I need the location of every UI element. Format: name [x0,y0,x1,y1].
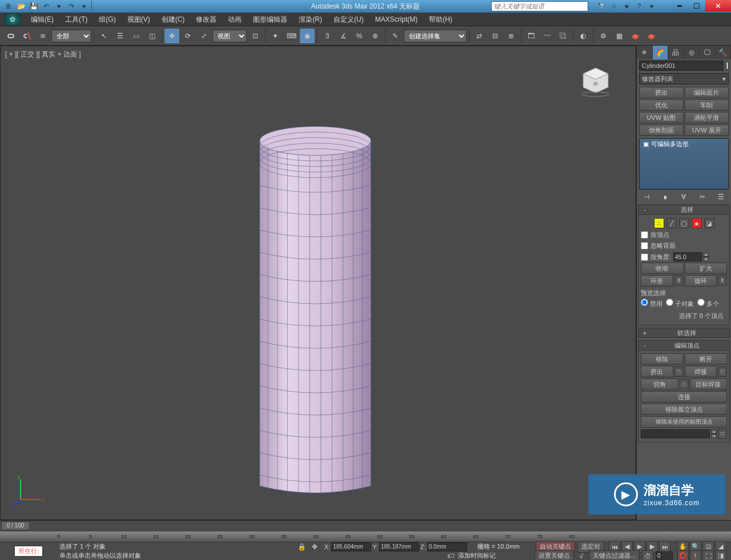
move-icon[interactable]: ✥ [164,29,179,43]
binoculars-icon[interactable]: 🔭 [596,1,607,11]
rollout-soft-selection-header[interactable]: +软选择 [638,328,730,338]
preview-multi-radio[interactable] [697,299,705,306]
mod-btn-editpatch[interactable]: 编辑面片 [685,87,729,98]
extrude-settings[interactable]: □ [674,366,684,377]
percent-snap-icon[interactable]: % [352,29,367,43]
tab-motion[interactable]: ◎ [684,46,700,59]
subobj-edge[interactable]: ╱ [666,218,677,228]
by-angle-checkbox[interactable] [641,253,648,261]
redo-dropdown-icon[interactable]: ▾ [78,1,90,12]
weight-settings[interactable]: □ [718,429,727,439]
subobj-vertex[interactable]: ∴ [654,218,664,228]
min-max-toggle-icon[interactable]: ◨ [715,550,726,561]
goto-end-icon[interactable]: ⏭ [659,541,670,553]
maximize-viewport-icon[interactable]: ⛶ [702,550,714,561]
pin-stack-icon[interactable]: ⊣ [641,192,652,202]
break-button[interactable]: 断开 [685,353,728,365]
time-slider[interactable]: 0 / 100 [1,521,30,530]
cylinder-object[interactable] [1,46,636,519]
redo-icon[interactable]: ↷ [65,1,78,12]
tab-create[interactable]: ✳ [637,46,653,59]
show-end-result-icon[interactable]: ∎ [660,192,670,202]
viewport[interactable]: [ + ][ 正交 ][ 真实 + 边面 ] [0,46,636,520]
rotate-icon[interactable]: ⟳ [180,29,195,43]
walk-icon[interactable]: 🚶 [690,550,701,561]
selection-filter-dropdown[interactable]: 全部 [51,30,91,42]
add-time-tag[interactable]: 添加时间标记 [458,551,496,560]
ring-spinner[interactable]: ⇕ [674,275,684,285]
loop-spinner[interactable]: ⇕ [718,275,727,285]
curve-editor-icon[interactable]: 〰 [540,29,555,43]
mod-btn-turbosmooth[interactable]: 涡轮平滑 [685,112,729,123]
ring-button[interactable]: 环形 [641,275,673,287]
stack-item-editablepoly[interactable]: ▣可编辑多边形 [640,139,728,150]
mod-btn-bevelprofile[interactable]: 倒角剖面 [639,124,684,136]
menu-edit[interactable]: 编辑(E) [25,13,59,26]
render-production-icon[interactable]: 🫖 [644,29,658,43]
undo-icon[interactable]: ↶ [40,1,53,12]
spinner-snap-icon[interactable]: ⊕ [368,29,383,43]
make-unique-icon[interactable]: ∀ [678,192,689,202]
menu-create[interactable]: 创建(C) [156,13,191,26]
object-color-swatch[interactable] [726,62,729,70]
extrude-button[interactable]: 挤出 [641,366,673,377]
menu-modifiers[interactable]: 修改器 [190,13,222,26]
align-icon[interactable]: ⊟ [488,29,503,43]
menu-maxscript[interactable]: MAXScript(M) [369,13,424,26]
modifier-list-dropdown[interactable]: 修改器列表▾ [639,73,729,84]
mod-btn-optimize[interactable]: 优化 [639,99,684,111]
open-icon[interactable]: 📂 [15,1,27,12]
mod-btn-extrude[interactable]: 挤出 [639,87,684,98]
graphite-tools-icon[interactable]: 🗔 [524,29,539,43]
timeline[interactable]: 0 / 100 [0,520,731,531]
menu-animation[interactable]: 动画 [222,13,247,26]
loop-button[interactable]: 循环 [685,275,717,287]
menu-graph-editors[interactable]: 图形编辑器 [247,13,293,26]
chamfer-button[interactable]: 切角 [641,378,678,390]
new-icon[interactable]: 🗎 [2,1,15,12]
edit-selection-set-icon[interactable]: ✎ [388,29,403,43]
link-icon[interactable] [3,29,18,43]
layers-icon[interactable]: ≣ [504,29,519,43]
orbit-icon[interactable]: ⭕ [677,550,689,561]
app-icon[interactable]: ✿ [5,14,21,25]
shrink-button[interactable]: 收缩 [641,263,684,274]
preview-disable-radio[interactable] [641,299,648,306]
time-tag-icon[interactable]: 🏷 [445,551,456,561]
remove-modifier-icon[interactable]: ✂ [697,192,708,202]
viewcube[interactable]: 前 [579,63,613,98]
modifier-stack[interactable]: ▣可编辑多边形 [639,138,729,190]
bind-icon[interactable]: ≋ [35,29,50,43]
lock-selection-icon[interactable]: 🔒 [297,542,307,551]
rollout-selection-header[interactable]: -选择 [638,204,730,215]
tab-utilities[interactable]: 🔨 [716,46,732,59]
rect-select-icon[interactable]: ▭ [128,29,143,43]
close-button[interactable]: ✕ [705,0,731,11]
select-icon[interactable]: ↖ [97,29,111,43]
rollout-edit-vertex-header[interactable]: -编辑顶点 [638,340,730,350]
reference-coord-dropdown[interactable]: 视图 [212,30,247,42]
tab-hierarchy[interactable]: 品 [668,46,684,59]
angle-spinner-input[interactable] [673,252,702,261]
scale-icon[interactable]: ⤢ [196,29,211,43]
mod-btn-unwrapuvw[interactable]: UVW 展开 [685,124,729,136]
keyboard-shortcut-icon[interactable]: ⌨ [284,29,299,43]
configure-sets-icon[interactable]: ☰ [716,192,726,202]
mod-btn-lathe[interactable]: 车削 [685,99,729,111]
snap-toggle-icon[interactable]: ◉ [300,29,315,43]
render-icon[interactable]: 🫖 [628,29,642,43]
preview-subobj-radio[interactable] [666,299,673,306]
pivot-icon[interactable]: ⊡ [248,29,263,43]
save-icon[interactable]: 💾 [27,1,40,12]
by-vertex-checkbox[interactable] [641,231,648,239]
snap-3-icon[interactable]: 3 [320,29,335,43]
named-selection-dropdown[interactable]: 创建选择集 [404,30,467,42]
subobj-border[interactable]: ◯ [679,218,689,228]
key-mode-icon[interactable]: √ [576,551,587,561]
angle-spin-down[interactable]: ▾ [703,257,709,261]
menu-group[interactable]: 组(G) [93,13,121,26]
dropdown-icon[interactable]: ▾ [646,1,657,11]
grow-button[interactable]: 扩大 [685,263,728,274]
weld-settings[interactable]: □ [718,366,727,377]
viewport-label[interactable]: [ + ][ 正交 ][ 真实 + 边面 ] [5,50,81,59]
